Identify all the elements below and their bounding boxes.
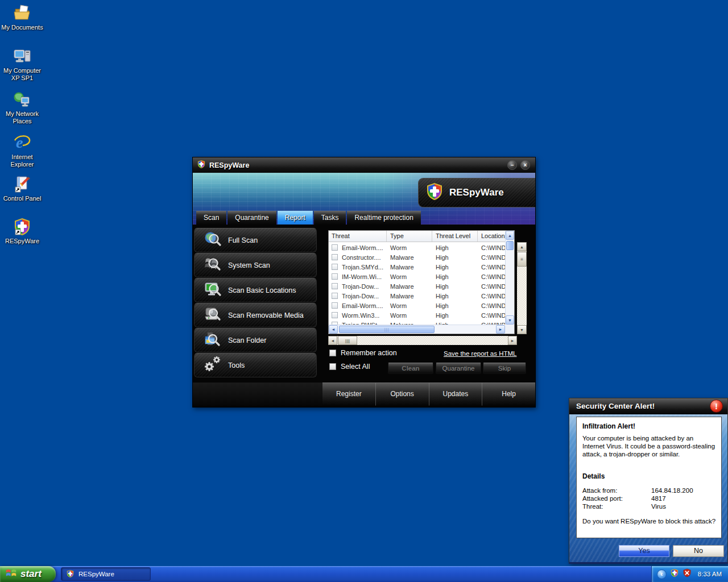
table-row[interactable]: IM-Worm.Wi...WormHighC:\WIND <box>329 272 505 281</box>
scroll-left-icon[interactable]: ◄ <box>329 325 338 334</box>
scan-folder-button[interactable]: Scan Folder <box>194 328 317 352</box>
taskbar-clock[interactable]: 8:33 AM <box>698 571 722 577</box>
clean-button[interactable]: Clean <box>388 363 433 374</box>
column-header-threat[interactable]: Threat <box>329 231 387 242</box>
table-row[interactable]: Constructor....MalwareHighC:\WIND <box>329 252 505 262</box>
table-row[interactable]: Trojan.PWStMalwareHighC:\WIND <box>329 320 505 325</box>
row-checkbox[interactable] <box>332 293 338 299</box>
column-header-type[interactable]: Type <box>387 231 432 242</box>
panel-horizontal-scrollbar[interactable]: ◄ |||| ► <box>328 336 517 345</box>
desktop-icon-label: RESpyWare <box>0 238 44 245</box>
scroll-left-icon[interactable]: ◄ <box>328 336 337 345</box>
row-checkbox[interactable] <box>332 264 338 270</box>
desktop-icon-respyware[interactable]: RESpyWare <box>0 217 44 245</box>
tab-tasks[interactable]: Tasks <box>314 211 346 225</box>
row-checkbox[interactable] <box>332 254 338 260</box>
column-header-threat-level[interactable]: Threat Level <box>432 231 478 242</box>
sidebar-item-label: System Scan <box>228 261 270 269</box>
tools-button[interactable]: Tools <box>194 353 317 377</box>
scan-basic-locations-button[interactable]: Scan Basic Locations <box>194 278 317 302</box>
taskbar: start RESpyWare ‹ 8:33 AM <box>0 566 728 582</box>
minimize-button[interactable]: – <box>507 160 517 170</box>
scan-removable-media-button[interactable]: Scan Removable Media <box>194 303 317 327</box>
remember-action-label: Remember action <box>341 349 397 357</box>
tab-bar: Scan Quarantine Report Tasks Realtime pr… <box>196 211 421 225</box>
desktop-icon-internet-explorer[interactable]: e Internet Explorer <box>0 133 44 168</box>
scroll-down-icon[interactable]: ▼ <box>506 315 514 325</box>
list-horizontal-scrollbar[interactable]: ◄ ||| ► <box>329 325 505 334</box>
detail-row-threat: Threat:Virus <box>582 503 717 510</box>
table-row[interactable]: Trojan.SMYd...MalwareHighC:\WIND <box>329 262 505 272</box>
system-scan-icon <box>203 255 222 276</box>
sidebar-item-label: Scan Removable Media <box>228 311 304 319</box>
alert-exclamation-icon: ! <box>710 400 723 413</box>
table-row[interactable]: Worm.Win3...WormHighC:\WIND <box>329 310 505 320</box>
table-row[interactable]: Email-Worm....WormHighC:\WIND <box>329 301 505 310</box>
row-checkbox[interactable] <box>332 312 338 318</box>
scroll-right-icon[interactable]: ► <box>508 336 517 345</box>
close-button[interactable]: × <box>520 160 530 170</box>
horizontal-scroll-thumb[interactable]: |||| <box>338 336 357 345</box>
system-scan-button[interactable]: System Scan <box>194 253 317 277</box>
tray-security-warning-shield-icon[interactable] <box>682 568 692 580</box>
row-checkbox[interactable] <box>332 283 338 289</box>
updates-menu-item[interactable]: Updates <box>429 383 482 405</box>
my-network-places-icon <box>0 90 44 109</box>
table-row[interactable]: Trojan-Dow...MalwareHighC:\WIND <box>329 281 505 291</box>
list-vertical-scrollbar[interactable]: ▲ ▼ <box>505 231 514 325</box>
alert-body-text: Your computer is being attacked by an In… <box>582 434 717 458</box>
alert-message-panel: Infiltration Alert! Your computer is bei… <box>576 417 722 538</box>
register-menu-item[interactable]: Register <box>322 383 375 405</box>
taskbar-button-respyware[interactable]: RESpyWare <box>61 567 151 581</box>
desktop-icon-my-documents[interactable]: My Documents <box>0 3 44 31</box>
desktop-icon-label: Control Panel <box>0 195 44 202</box>
remember-action-checkbox[interactable]: Remember action <box>329 349 397 357</box>
sidebar-item-label: Scan Folder <box>228 336 266 344</box>
respyware-window: RESpyWare – × RESpyWare Scan Quarantine … <box>192 157 536 408</box>
desktop-icon-my-computer[interactable]: My Computer XP SP1 <box>0 47 44 81</box>
full-scan-button[interactable]: Full Scan <box>194 228 317 252</box>
bottom-bar: Register Options Updates Help <box>193 383 535 405</box>
tab-report[interactable]: Report <box>278 211 313 225</box>
row-checkbox[interactable] <box>332 273 338 280</box>
column-header-location[interactable]: Location <box>478 231 505 242</box>
checkbox-icon[interactable] <box>329 363 336 370</box>
popup-titlebar: Security Center Alert! ! <box>569 398 727 414</box>
no-button[interactable]: No <box>673 545 724 557</box>
tray-respyware-shield-icon[interactable] <box>670 568 679 580</box>
row-checkbox[interactable] <box>332 244 338 251</box>
start-button[interactable]: start <box>0 566 56 582</box>
yes-button[interactable]: Yes <box>619 545 669 557</box>
logo-badge: RESpyWare <box>418 178 535 207</box>
select-all-label: Select All <box>341 363 370 371</box>
tray-collapse-chevron-icon[interactable]: ‹ <box>657 569 667 579</box>
skip-button[interactable]: Skip <box>483 363 526 374</box>
tab-realtime-protection[interactable]: Realtime protection <box>347 211 420 225</box>
scroll-right-icon[interactable]: ► <box>496 325 505 334</box>
options-menu-item[interactable]: Options <box>375 383 429 405</box>
desktop-icon-control-panel[interactable]: Control Panel <box>0 174 44 202</box>
table-row[interactable]: Email-Worm....WormHighC:\WIND <box>329 243 505 252</box>
scroll-down-icon[interactable]: ▼ <box>517 325 527 334</box>
help-menu-item[interactable]: Help <box>482 383 535 405</box>
checkbox-icon[interactable] <box>329 350 336 356</box>
tab-scan[interactable]: Scan <box>196 211 226 225</box>
logo-text: RESpyWare <box>449 187 504 198</box>
detail-row-attacked-port: Attacked port:4817 <box>582 495 717 502</box>
desktop-icon-label: My Network Places <box>0 110 44 124</box>
quarantine-button[interactable]: Quarantine <box>436 363 481 374</box>
vertical-scroll-thumb[interactable]: ≡ <box>517 252 527 267</box>
sidebar-item-label: Full Scan <box>228 236 258 244</box>
scroll-up-icon[interactable]: ▲ <box>517 242 527 251</box>
save-report-link[interactable]: Save the report as HTML <box>444 350 516 357</box>
desktop-icon-my-network-places[interactable]: My Network Places <box>0 90 44 124</box>
scroll-up-icon[interactable]: ▲ <box>506 231 514 240</box>
horizontal-scroll-thumb[interactable]: ||| <box>339 326 435 333</box>
row-checkbox[interactable] <box>332 302 338 309</box>
sidebar-item-label: Tools <box>228 361 245 369</box>
panel-vertical-scrollbar[interactable]: ▲ ≡ ▼ <box>517 242 527 334</box>
select-all-checkbox[interactable]: Select All <box>329 363 370 371</box>
table-row[interactable]: Trojan-Dow...MalwareHighC:\WIND <box>329 291 505 301</box>
tab-quarantine[interactable]: Quarantine <box>228 211 276 225</box>
vertical-scroll-thumb[interactable] <box>506 241 514 250</box>
